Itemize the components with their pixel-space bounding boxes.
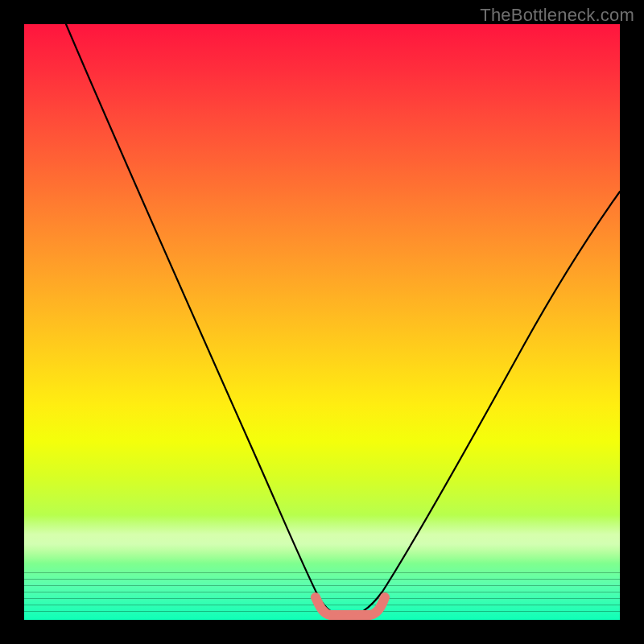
plot-area <box>24 24 620 620</box>
chart-svg <box>24 24 620 620</box>
attribution-text: TheBottleneck.com <box>480 5 634 26</box>
bottleneck-curve <box>66 24 620 616</box>
chart-frame: TheBottleneck.com <box>0 0 644 644</box>
